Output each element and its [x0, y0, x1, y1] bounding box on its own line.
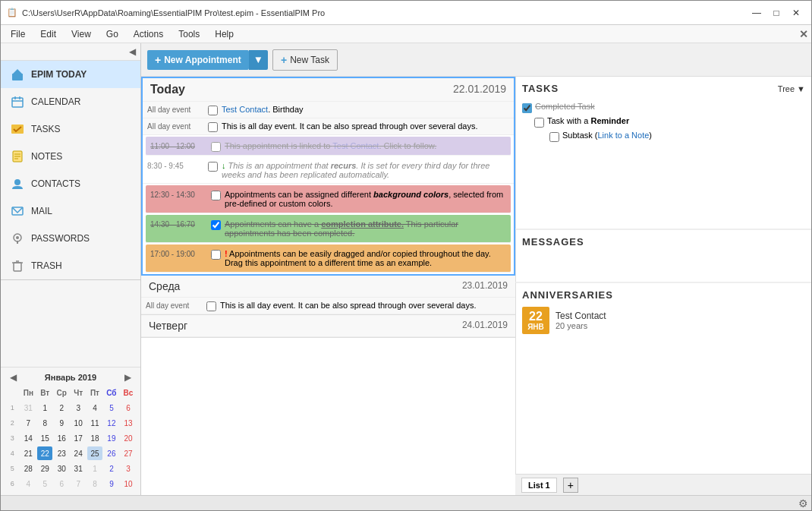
event-checkbox-green[interactable]	[211, 220, 221, 230]
test-contact-birthday-link[interactable]: Test Contact	[222, 105, 268, 114]
mini-cal-day[interactable]: 28	[20, 462, 36, 475]
list-tab[interactable]: List 1	[521, 478, 557, 493]
new-task-button[interactable]: + New Task	[272, 49, 338, 71]
sidebar-collapse-btn[interactable]: ◀	[129, 46, 136, 57]
menu-tools[interactable]: Tools	[172, 27, 206, 42]
event-checkbox[interactable]	[208, 106, 218, 115]
mini-cal-day[interactable]: 23	[54, 446, 69, 460]
sidebar-item-notes[interactable]: NOTES	[1, 143, 140, 170]
add-list-button[interactable]: +	[563, 478, 578, 493]
tasks-header: TASKS Tree ▼	[522, 83, 805, 94]
mini-cal-day[interactable]: 29	[37, 462, 52, 475]
mini-cal-week-num: 2	[5, 416, 19, 430]
mini-cal-day[interactable]: 7	[71, 477, 86, 490]
mini-cal-day[interactable]: 26	[104, 446, 119, 460]
sidebar-label-mail: MAIL	[31, 206, 52, 216]
menu-file[interactable]: File	[4, 27, 32, 42]
menu-view[interactable]: View	[65, 27, 98, 42]
mini-cal-day[interactable]: 3	[121, 462, 136, 475]
mini-cal-day[interactable]: 9	[54, 416, 69, 430]
sidebar-item-calendar[interactable]: CALENDAR	[1, 88, 140, 115]
mini-cal-day-today[interactable]: 22	[37, 446, 52, 460]
sidebar-item-mail[interactable]: MAIL	[1, 197, 140, 225]
event-checkbox-wed[interactable]	[206, 301, 216, 311]
mini-cal-day[interactable]: 8	[87, 477, 102, 490]
maximize-button[interactable]: □	[767, 6, 785, 20]
mini-cal-day[interactable]: 18	[87, 431, 102, 445]
menu-help[interactable]: Help	[208, 27, 241, 42]
mini-cal-day[interactable]: 19	[104, 431, 119, 445]
svg-rect-0	[12, 74, 23, 80]
mini-cal-day[interactable]: 1	[87, 462, 102, 475]
mini-cal-day[interactable]: 27	[121, 446, 136, 460]
mini-cal-day[interactable]: 12	[104, 416, 119, 430]
menu-go[interactable]: Go	[99, 27, 125, 42]
new-appointment-dropdown-btn[interactable]: ▼	[249, 50, 268, 70]
mini-cal-day[interactable]: 17	[71, 431, 86, 445]
mini-cal-day[interactable]: 5	[37, 477, 52, 490]
mini-cal-day[interactable]: 4	[20, 477, 36, 490]
mini-cal-day[interactable]: 24	[71, 446, 86, 460]
mini-cal-day[interactable]: 8	[37, 416, 52, 430]
mini-cal-day[interactable]: 31	[20, 401, 36, 415]
mini-cal-day[interactable]: 13	[121, 416, 136, 430]
mini-cal-day[interactable]: 15	[37, 431, 52, 445]
mini-cal-day[interactable]: 1	[37, 401, 52, 415]
mini-cal-day[interactable]: 6	[54, 477, 69, 490]
mini-cal-day[interactable]: 11	[87, 416, 102, 430]
mini-cal-day[interactable]: 2	[54, 401, 69, 415]
close-button[interactable]: ✕	[787, 6, 805, 20]
event-green[interactable]: 14:30 - 16:70 Appointments can have a co…	[146, 215, 511, 243]
event-red[interactable]: 12:30 - 14:30 Appointments can be assign…	[146, 185, 511, 213]
minimize-button[interactable]: —	[747, 6, 766, 20]
mini-cal-day[interactable]: 14	[20, 431, 36, 445]
menu-actions[interactable]: Actions	[127, 27, 170, 42]
mini-cal-day[interactable]: 10	[71, 416, 86, 430]
event-purple[interactable]: 11:00 - 12:00 This appointment is linked…	[146, 137, 511, 156]
sidebar-item-trash[interactable]: TRASH	[1, 252, 140, 279]
contacts-icon	[10, 176, 25, 191]
mini-cal-title[interactable]: Январь 2019	[45, 373, 96, 382]
event-content-green: Appointments can have a completion attri…	[225, 218, 506, 239]
svg-rect-2	[12, 98, 23, 107]
mini-cal-day[interactable]: 31	[71, 462, 86, 475]
sidebar-item-passwords[interactable]: PASSWORDS	[1, 225, 140, 252]
mini-cal-day[interactable]: 16	[54, 431, 69, 445]
menu-bar: File Edit View Go Actions Tools Help ✕	[1, 25, 811, 43]
mini-cal-next-btn[interactable]: ▶	[121, 372, 134, 383]
event-orange[interactable]: 17:00 - 19:00 ! Appointments can be easi…	[146, 244, 511, 273]
panel-close-icon[interactable]: ✕	[799, 28, 808, 40]
mini-cal-day[interactable]: 30	[54, 462, 69, 475]
mini-cal-day[interactable]: 6	[121, 401, 136, 415]
mini-calendar: ◀ Январь 2019 ▶ Пн Вт Ср Чт П	[1, 367, 140, 495]
mini-cal-day[interactable]: 4	[87, 401, 102, 415]
new-task-plus-icon: +	[281, 54, 287, 66]
mini-cal-day[interactable]: 7	[20, 416, 36, 430]
tasks-view-button[interactable]: Tree ▼	[778, 84, 805, 93]
event-checkbox-red[interactable]	[211, 191, 221, 200]
event-checkbox[interactable]	[208, 122, 218, 132]
sidebar-item-epim-today[interactable]: EPIM TODAY	[1, 61, 140, 88]
task-checkbox-reminder[interactable]	[534, 118, 544, 128]
sidebar-item-contacts[interactable]: CONTACTS	[1, 170, 140, 197]
note-link[interactable]: Link to a Note	[597, 131, 649, 140]
mini-cal-day[interactable]: 2	[104, 462, 119, 475]
mini-cal-prev-btn[interactable]: ◀	[7, 372, 20, 383]
event-checkbox-purple[interactable]	[211, 142, 221, 152]
mini-cal-day[interactable]: 10	[121, 477, 136, 490]
mini-cal-day[interactable]: 20	[121, 431, 136, 445]
task-checkbox-subtask[interactable]	[549, 132, 559, 142]
task-text-completed: Completed Task	[535, 102, 595, 111]
event-checkbox-orange[interactable]	[211, 250, 221, 260]
mini-cal-day[interactable]: 3	[71, 401, 86, 415]
mini-cal-day[interactable]: 25	[87, 446, 102, 460]
task-checkbox-completed[interactable]	[522, 103, 532, 113]
mini-cal-day[interactable]: 9	[104, 477, 119, 490]
test-contact-link[interactable]: Test Contact	[332, 141, 379, 150]
mini-cal-day[interactable]: 5	[104, 401, 119, 415]
new-appointment-button[interactable]: + New Appointment	[147, 50, 249, 70]
mini-cal-day[interactable]: 21	[20, 446, 36, 460]
menu-edit[interactable]: Edit	[33, 27, 63, 42]
event-checkbox-recur[interactable]	[208, 162, 218, 172]
sidebar-item-tasks[interactable]: TASKS	[1, 115, 140, 143]
